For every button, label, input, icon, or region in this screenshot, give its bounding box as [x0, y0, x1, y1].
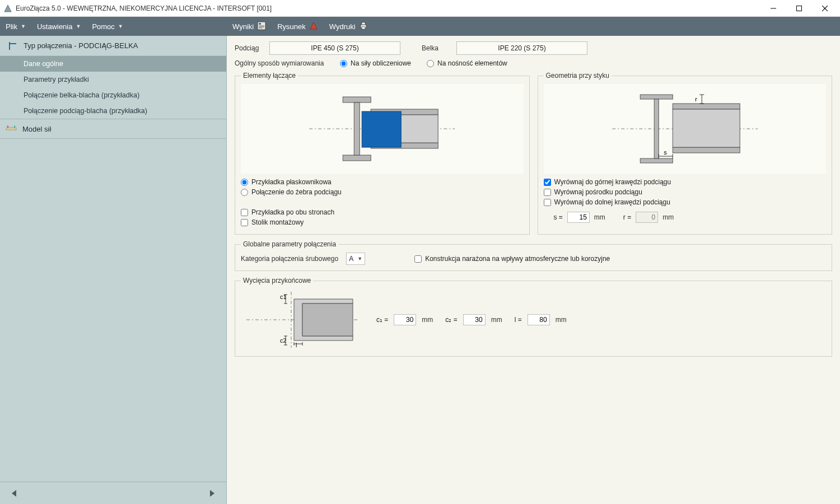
- dim-method-radio-2[interactable]: [427, 60, 434, 67]
- sidebar-item-polaczenie-podciag-blacha[interactable]: Połączenie podciąg-blacha (przykładka): [0, 103, 226, 119]
- korozja-check[interactable]: Konstrukcja narażona na wpływy atmosfery…: [414, 255, 610, 263]
- sidebar-item-parametry-przykladki[interactable]: Parametry przykładki: [0, 72, 226, 87]
- elem-check-2-label: Stolik montażowy: [251, 218, 304, 226]
- maximize-button[interactable]: [786, 0, 812, 17]
- svg-rect-15: [10, 43, 16, 44]
- r-input: [636, 212, 658, 223]
- belka-value: IPE 220 (S 275): [498, 44, 545, 52]
- results-icon: [257, 21, 266, 32]
- menu-pomoc[interactable]: Pomoc ▼: [86, 17, 128, 36]
- svg-marker-0: [4, 5, 11, 12]
- elem-radio-1[interactable]: Przykładka płaskownikowa: [241, 178, 524, 186]
- svg-rect-33: [640, 158, 673, 163]
- sidebar-model-sil-label: Model sił: [22, 125, 51, 133]
- r-label: r =: [623, 213, 631, 221]
- svg-text:l: l: [296, 342, 297, 348]
- group-elementy: Elementy łączące: [235, 72, 530, 235]
- elem-check-1[interactable]: Przykładka po obu stronach: [241, 208, 524, 216]
- menu-plik[interactable]: Plik ▼: [0, 17, 31, 36]
- chevron-down-icon: ▼: [76, 24, 81, 29]
- sidebar: Typ połączenia - PODCIĄG-BELKA Dane ogól…: [0, 36, 227, 504]
- dim-method-opt2-label: Na nośność elementów: [437, 59, 507, 67]
- geom-check-2-input[interactable]: [544, 189, 551, 196]
- kategoria-select[interactable]: A ▼: [346, 253, 365, 265]
- s-label: s =: [554, 213, 563, 221]
- dim-method-opt1-label: Na siły obliczeniowe: [351, 59, 411, 67]
- dim-method-opt2[interactable]: Na nośność elementów: [427, 59, 507, 67]
- svg-rect-16: [6, 128, 16, 130]
- group-geometria-title: Geometria przy styku: [544, 72, 612, 80]
- dim-method-opt1[interactable]: Na siły obliczeniowe: [340, 59, 411, 67]
- minimize-button[interactable]: [760, 0, 786, 17]
- svg-rect-24: [343, 97, 371, 102]
- elem-radio-2[interactable]: Połączenie do żebra podciągu: [241, 188, 524, 196]
- sidebar-item-polaczenie-belka-blacha[interactable]: Połączenie belka-blacha (przykładka): [0, 87, 226, 103]
- svg-marker-22: [210, 490, 214, 497]
- korozja-check-label: Konstrukcja narażona na wpływy atmosfery…: [425, 255, 610, 263]
- print-icon: [359, 21, 368, 32]
- toolbar-wyniki[interactable]: Wyniki: [227, 17, 272, 36]
- belka-selector[interactable]: IPE 220 (S 275): [456, 41, 587, 55]
- sidebar-connection-type[interactable]: Typ połączenia - PODCIĄG-BELKA: [0, 36, 226, 56]
- group-globalne: Globalne parametry połączenia Kategoria …: [235, 240, 832, 271]
- menu-plik-label: Plik: [6, 22, 17, 31]
- korozja-check-input[interactable]: [414, 255, 422, 263]
- diagram-geometria-svg: r s: [544, 87, 827, 171]
- l-unit: mm: [556, 316, 567, 324]
- group-wyciecia: Wycięcia przykońcowe c1: [235, 277, 832, 357]
- sidebar-item-label: Parametry przykładki: [24, 76, 89, 83]
- elem-radio-1-input[interactable]: [241, 179, 248, 186]
- kategoria-label: Kategoria połączenia śrubowego: [241, 255, 338, 263]
- geom-check-3-input[interactable]: [544, 199, 551, 206]
- s-unit: mm: [594, 213, 605, 221]
- elem-check-2-input[interactable]: [241, 219, 248, 226]
- sidebar-list: Dane ogólne Parametry przykładki Połącze…: [0, 56, 226, 119]
- geom-check-1[interactable]: Wyrównaj do górnej krawędzi podciągu: [544, 178, 827, 186]
- belka-label: Belka: [422, 44, 450, 52]
- elem-check-1-input[interactable]: [241, 209, 248, 216]
- svg-marker-21: [12, 490, 16, 497]
- sidebar-item-dane-ogolne[interactable]: Dane ogólne: [0, 56, 226, 72]
- toolbar-wydruki[interactable]: Wydruki: [324, 17, 374, 36]
- diagram-wyciecia: c1 c2 l: [241, 289, 364, 351]
- menu-ustawienia[interactable]: Ustawienia ▼: [31, 17, 87, 36]
- chevron-down-icon: ▼: [118, 24, 123, 29]
- l-input[interactable]: [528, 314, 550, 325]
- sidebar-model-sil[interactable]: Model sił: [0, 119, 226, 139]
- r-unit: mm: [662, 213, 674, 221]
- geom-check-3[interactable]: Wyrównaj do dolnej krawędzi podciągu: [544, 198, 827, 206]
- dim-method-label: Ogólny sposób wymiarowania: [235, 59, 324, 67]
- svg-rect-48: [302, 304, 353, 336]
- podciag-selector[interactable]: IPE 450 (S 275): [269, 41, 400, 55]
- geom-check-1-input[interactable]: [544, 179, 551, 186]
- app-icon: [3, 4, 12, 13]
- c2-label: c₂ =: [445, 316, 457, 324]
- nav-prev-button[interactable]: [8, 487, 21, 500]
- podciag-label: Podciąg: [235, 44, 263, 52]
- close-button[interactable]: [812, 0, 838, 17]
- menu-pomoc-label: Pomoc: [92, 22, 114, 31]
- sidebar-item-label: Połączenie podciąg-blacha (przykładka): [24, 107, 147, 115]
- sidebar-item-label: Dane ogólne: [24, 60, 63, 68]
- svg-rect-13: [362, 27, 365, 29]
- elem-radio-2-label: Połączenie do żebra podciągu: [251, 188, 342, 196]
- c2-input[interactable]: [463, 314, 486, 325]
- svg-text:s: s: [664, 149, 667, 156]
- geom-check-2[interactable]: Wyrównaj pośrodku podciągu: [544, 188, 827, 196]
- svg-rect-37: [673, 109, 740, 147]
- svg-rect-32: [640, 95, 673, 99]
- svg-rect-34: [654, 99, 659, 158]
- svg-rect-30: [362, 111, 401, 147]
- svg-text:r: r: [695, 96, 697, 102]
- elem-check-2[interactable]: Stolik montażowy: [241, 218, 524, 226]
- svg-rect-2: [797, 6, 802, 11]
- elem-radio-2-input[interactable]: [241, 189, 248, 196]
- geom-check-3-label: Wyrównaj do dolnej krawędzi podciągu: [554, 198, 670, 206]
- c1-input[interactable]: [394, 314, 416, 325]
- dim-method-radio-1[interactable]: [340, 60, 347, 67]
- geom-check-2-label: Wyrównaj pośrodku podciągu: [554, 188, 642, 196]
- content: Podciąg IPE 450 (S 275) Belka IPE 220 (S…: [227, 36, 840, 504]
- s-input[interactable]: [567, 212, 590, 223]
- nav-next-button[interactable]: [205, 487, 218, 500]
- toolbar-rysunek[interactable]: Rysunek: [272, 17, 324, 36]
